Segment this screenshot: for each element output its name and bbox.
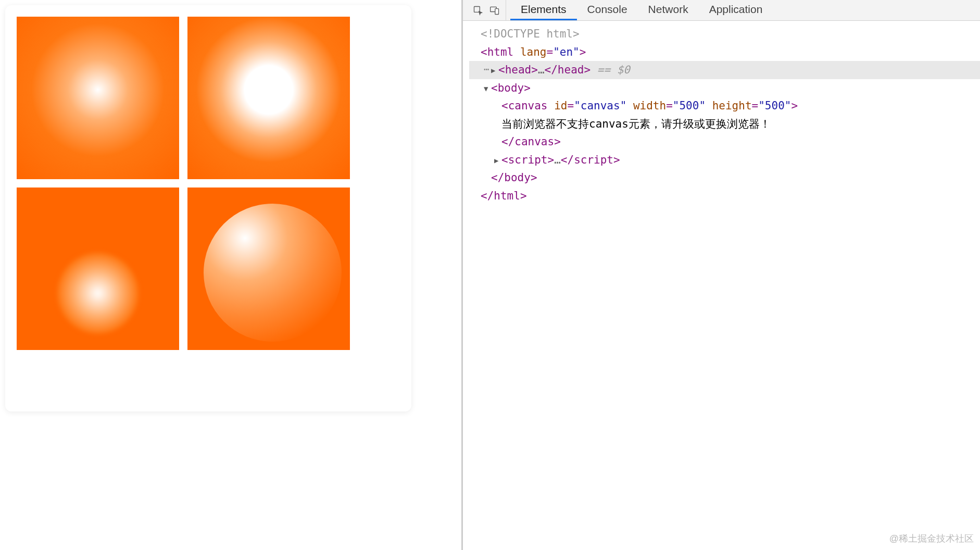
tab-console[interactable]: Console: [577, 0, 638, 20]
canvas-card: [5, 5, 411, 411]
dom-script-line[interactable]: <script>…</script>: [469, 151, 980, 169]
dom-html-close-line[interactable]: </html>: [469, 187, 980, 205]
gradient-tile-4: [187, 188, 350, 350]
svg-rect-2: [495, 8, 499, 14]
dom-head-line[interactable]: ⋯<head>…</head> == $0: [469, 61, 980, 79]
tab-application[interactable]: Application: [699, 0, 773, 20]
tab-elements[interactable]: Elements: [510, 0, 577, 20]
dom-html-open-line[interactable]: <html lang="en">: [469, 43, 980, 61]
gradient-tile-1: [17, 17, 179, 179]
tab-network[interactable]: Network: [638, 0, 699, 20]
device-toolbar-icon[interactable]: [489, 5, 500, 16]
dom-body-open-line[interactable]: <body>: [469, 79, 980, 97]
dom-body-close-line[interactable]: </body>: [469, 169, 980, 187]
gradient-tile-2: [187, 17, 350, 179]
inspect-element-icon[interactable]: [472, 5, 484, 16]
devtools-tab-bar: Elements Console Network Application: [463, 0, 980, 21]
devtools-pane: Elements Console Network Application <!D…: [463, 0, 980, 550]
devtools-tool-icons: [467, 0, 506, 20]
dom-doctype-line[interactable]: <!DOCTYPE html>: [469, 25, 980, 43]
dom-canvas-open-line[interactable]: <canvas id="canvas" width="500" height="…: [469, 97, 980, 115]
dom-tree[interactable]: <!DOCTYPE html> <html lang="en"> ⋯<head>…: [463, 21, 980, 550]
dom-canvas-close-line[interactable]: </canvas>: [469, 133, 980, 151]
gradient-tile-3: [17, 188, 179, 350]
canvas-output-grid: [17, 17, 350, 350]
dom-canvas-text-line[interactable]: 当前浏览器不支持canvas元素，请升级或更换浏览器！: [469, 115, 980, 133]
rendered-page-pane: [0, 0, 461, 550]
watermark-text: @稀土掘金技术社区: [889, 532, 974, 545]
